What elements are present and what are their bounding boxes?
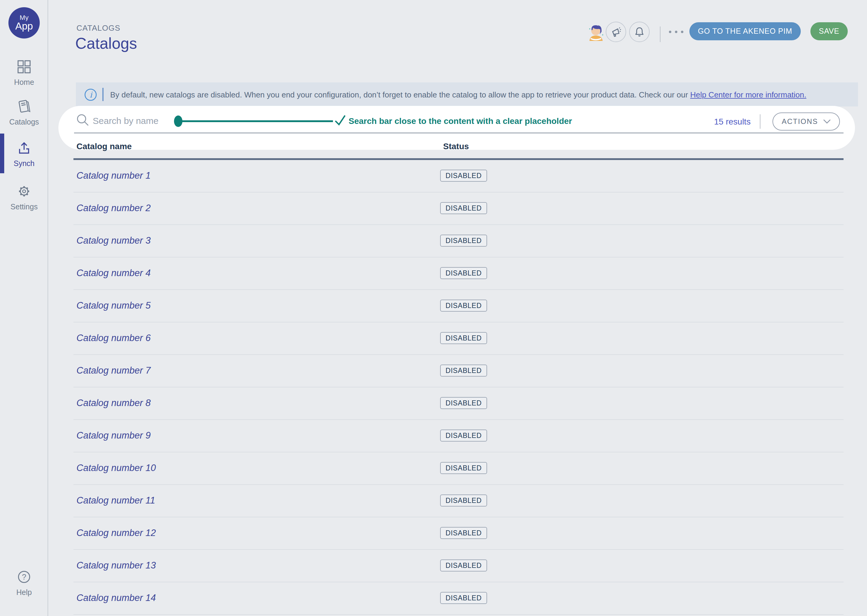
table-row[interactable]: Catalog number 12 DISABLED [74, 517, 843, 550]
table-row[interactable]: Catalog number 2 DISABLED [74, 192, 843, 225]
gear-icon [0, 184, 48, 199]
sidebar-item-label: Help [16, 588, 32, 597]
go-to-pim-button[interactable]: GO TO THE AKENEO PIM [689, 22, 801, 40]
app-window: My App Home [0, 0, 867, 616]
catalog-name: Catalog number 9 [76, 430, 151, 441]
sidebar-item-label: Home [14, 78, 34, 86]
table-row[interactable]: Catalog number 10 DISABLED [74, 452, 843, 484]
sidebar-item-home[interactable]: Home [0, 59, 48, 87]
status-badge: DISABLED [440, 397, 487, 409]
status-badge: DISABLED [440, 235, 487, 247]
status-badge: DISABLED [440, 170, 487, 182]
announcements-button[interactable] [606, 22, 626, 42]
catalog-name: Catalog number 14 [76, 592, 156, 603]
catalog-name: Catalog number 3 [76, 235, 151, 246]
catalog-name: Catalog number 7 [76, 365, 151, 376]
table-row[interactable]: Catalog number 9 DISABLED [74, 420, 843, 452]
table-row[interactable]: Catalog number 7 DISABLED [74, 355, 843, 387]
sidebar-item-label: Catalogs [9, 118, 39, 126]
sidebar-item-catalogs[interactable]: Catalogs [0, 99, 48, 127]
sidebar-item-label: Settings [11, 203, 38, 211]
annotation-label: Search bar close to the content with a c… [348, 116, 572, 126]
search-input[interactable] [93, 113, 171, 127]
status-badge: DISABLED [440, 527, 487, 539]
catalog-name: Catalog number 5 [76, 300, 151, 311]
column-header-catalog-name: Catalog name [76, 141, 132, 151]
save-button[interactable]: SAVE [810, 22, 848, 40]
app-logo-line1: My [20, 14, 28, 21]
book-icon [0, 99, 48, 114]
header-divider [660, 27, 660, 42]
table-row[interactable]: Catalog number 14 DISABLED [74, 582, 843, 614]
status-badge: DISABLED [440, 202, 487, 214]
info-icon: i [84, 88, 97, 101]
status-badge: DISABLED [440, 592, 487, 604]
status-badge: DISABLED [440, 267, 487, 279]
sidebar: My App Home [0, 0, 48, 616]
app-logo-line2: App [15, 21, 33, 31]
catalog-name: Catalog number 8 [76, 398, 151, 409]
help-center-link[interactable]: Help Center for more information. [690, 90, 807, 99]
question-icon: ? [0, 569, 48, 585]
table-row[interactable]: Catalog number 1 DISABLED [74, 160, 843, 192]
table-row[interactable]: Catalog number 5 DISABLED [74, 290, 843, 322]
notifications-button[interactable] [629, 22, 649, 42]
annotation-line [181, 120, 333, 122]
info-banner: i By default, new catalogs are disabled.… [76, 82, 858, 107]
sidebar-item-label: Synch [14, 159, 35, 168]
table-row[interactable]: Catalog number 3 DISABLED [74, 225, 843, 257]
svg-text:i: i [90, 90, 93, 99]
table-row[interactable]: Catalog number 11 DISABLED [74, 484, 843, 517]
status-badge: DISABLED [440, 495, 487, 506]
status-badge: DISABLED [440, 429, 487, 442]
catalog-name: Catalog number 1 [76, 170, 151, 181]
sidebar-item-synch[interactable]: Synch [0, 140, 48, 168]
chevron-down-icon [823, 119, 831, 124]
status-badge: DISABLED [440, 559, 487, 572]
svg-text:?: ? [22, 572, 26, 581]
grid-icon [0, 59, 48, 75]
catalog-name: Catalog number 4 [76, 268, 151, 278]
catalog-name: Catalog number 11 [76, 495, 155, 506]
catalog-name: Catalog number 6 [76, 333, 151, 344]
results-count: 15 results [714, 117, 750, 126]
user-avatar[interactable] [587, 23, 605, 41]
banner-text: By default, new catalogs are disabled. W… [110, 90, 807, 99]
annotation-check-icon [334, 114, 346, 126]
catalog-name: Catalog number 12 [76, 528, 156, 538]
sidebar-item-settings[interactable]: Settings [0, 184, 48, 212]
catalog-name: Catalog number 10 [76, 463, 156, 473]
bell-icon [634, 26, 645, 38]
sidebar-item-help[interactable]: ? Help [0, 569, 48, 597]
table-row[interactable]: Catalog number 8 DISABLED [74, 387, 843, 420]
catalog-name: Catalog number 13 [76, 560, 156, 571]
actions-dropdown-button[interactable]: ACTIONS [772, 113, 840, 130]
catalog-table-body: Catalog number 1 DISABLED Catalog number… [74, 160, 843, 616]
main-content: CATALOGS Catalogs [48, 0, 867, 616]
status-badge: DISABLED [440, 300, 487, 312]
app-logo: My App [8, 7, 40, 39]
search-icon [76, 113, 90, 127]
actions-label: ACTIONS [782, 117, 818, 126]
more-options-icon[interactable] [669, 31, 686, 33]
table-row[interactable]: Catalog number 6 DISABLED [74, 322, 843, 355]
catalog-name: Catalog number 2 [76, 203, 151, 214]
upload-icon [0, 140, 48, 156]
table-row[interactable]: Catalog number 13 DISABLED [74, 550, 843, 582]
status-badge: DISABLED [440, 365, 487, 377]
banner-divider [102, 88, 104, 101]
status-badge: DISABLED [440, 462, 487, 474]
megaphone-icon [610, 26, 622, 38]
status-badge: DISABLED [440, 332, 487, 344]
table-row[interactable]: Catalog number 15 DISABLED [74, 614, 843, 616]
search-separator [74, 132, 843, 133]
table-row[interactable]: Catalog number 4 DISABLED [74, 257, 843, 290]
header-toolbar: GO TO THE AKENEO PIM SAVE [48, 0, 867, 66]
column-header-status: Status [443, 141, 469, 151]
toolbar-divider [760, 114, 760, 129]
